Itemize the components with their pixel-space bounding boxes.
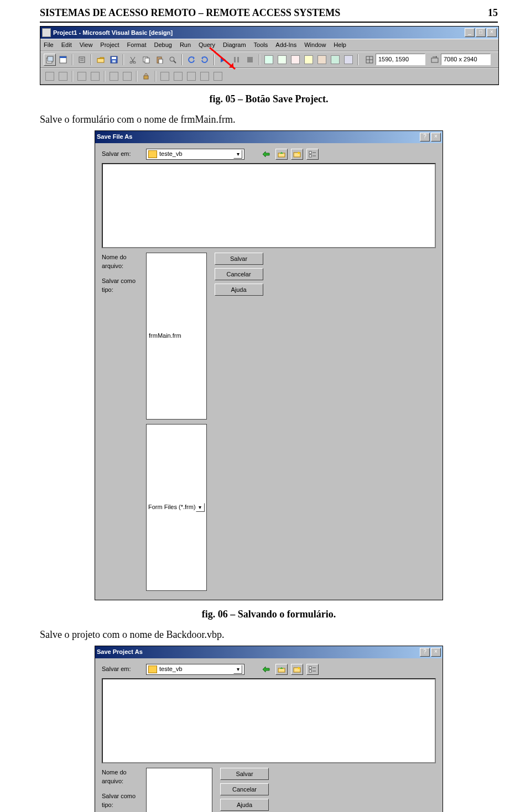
add-form-icon[interactable] <box>57 54 69 66</box>
menu-run[interactable]: Run <box>180 40 191 50</box>
close-button[interactable]: × <box>431 648 441 657</box>
menu-format[interactable]: Format <box>127 40 147 50</box>
cancel-button[interactable]: Cancelar <box>215 268 263 280</box>
properties-icon[interactable] <box>276 54 288 66</box>
svg-rect-1 <box>48 56 53 61</box>
component-manager-icon[interactable] <box>342 54 355 66</box>
menu-window[interactable]: Window <box>304 40 326 50</box>
new-folder-icon[interactable] <box>291 149 303 160</box>
project-explorer-icon[interactable] <box>263 54 275 66</box>
paste-icon[interactable] <box>153 54 165 66</box>
back-icon[interactable] <box>260 149 272 160</box>
filename-label: Nome do arquivo: <box>102 768 146 786</box>
view-menu-icon[interactable] <box>306 149 319 160</box>
back-icon[interactable] <box>260 664 272 675</box>
same-width-icon[interactable] <box>108 70 120 82</box>
new-folder-icon[interactable] <box>291 664 303 675</box>
size-icon <box>431 56 439 64</box>
up-one-level-icon[interactable] <box>275 149 288 160</box>
toolbox-icon[interactable] <box>316 54 328 66</box>
bring-front-icon[interactable] <box>159 70 171 82</box>
find-icon[interactable] <box>166 54 179 66</box>
close-button[interactable]: × <box>487 28 497 37</box>
save-in-combo[interactable]: teste_vb <box>146 149 244 160</box>
align-middle-icon[interactable] <box>89 70 101 82</box>
save-icon[interactable] <box>108 54 120 66</box>
menu-help[interactable]: Help <box>334 40 346 50</box>
close-button[interactable]: × <box>431 133 441 142</box>
menu-query[interactable]: Query <box>199 40 215 50</box>
cut-icon[interactable] <box>127 54 139 66</box>
svg-line-21 <box>174 61 176 63</box>
separator-icon <box>155 71 156 82</box>
menu-diagram[interactable]: Diagram <box>223 40 246 50</box>
svg-rect-24 <box>247 57 253 62</box>
separator-icon <box>123 54 124 65</box>
filetype-combo[interactable]: Form Files (*.frm) <box>146 424 207 591</box>
end-icon[interactable] <box>244 54 256 66</box>
vb-toolbar-2 <box>40 68 498 85</box>
align-center-icon[interactable] <box>57 70 69 82</box>
view-menu-icon[interactable] <box>306 664 319 675</box>
separator-icon <box>104 71 105 82</box>
menu-editor-icon[interactable] <box>76 54 88 66</box>
save-button[interactable]: Salvar <box>220 768 269 780</box>
menu-edit[interactable]: Edit <box>61 40 72 50</box>
filename-input[interactable]: frmMain.frm <box>146 253 207 420</box>
menu-addins[interactable]: Add-Ins <box>275 40 296 50</box>
undo-icon[interactable] <box>185 54 197 66</box>
redo-icon[interactable] <box>199 54 211 66</box>
text-save-form: Salve o formulário com o nome de frmMain… <box>40 112 498 127</box>
size-readout: 7080 x 2940 <box>431 54 491 65</box>
grid-icon[interactable] <box>212 70 224 82</box>
save-button[interactable]: Salvar <box>215 253 263 265</box>
data-view-icon[interactable] <box>329 54 341 66</box>
send-back-icon[interactable] <box>172 70 184 82</box>
chevron-down-icon[interactable] <box>233 150 242 159</box>
lock-icon[interactable] <box>140 70 152 82</box>
chevron-down-icon[interactable] <box>196 503 205 512</box>
menu-project[interactable]: Project <box>100 40 119 50</box>
copy-icon[interactable] <box>140 54 152 66</box>
save-in-label: Salvar em: <box>102 664 146 674</box>
up-one-level-icon[interactable] <box>275 664 288 675</box>
svg-rect-39 <box>309 670 311 672</box>
filename-input[interactable]: Backdoor.vbp <box>146 768 212 813</box>
order-icon[interactable] <box>199 70 211 82</box>
svg-rect-28 <box>431 58 438 62</box>
object-browser-icon[interactable] <box>303 54 315 66</box>
svg-rect-22 <box>234 57 236 62</box>
file-list-area[interactable] <box>102 678 436 763</box>
dlg1-titlebar: Save File As ? × <box>95 131 442 143</box>
open-icon[interactable] <box>95 54 107 66</box>
svg-rect-10 <box>112 60 116 62</box>
menu-view[interactable]: View <box>80 40 93 50</box>
save-in-combo[interactable]: teste_vb <box>146 664 244 675</box>
help-button[interactable]: ? <box>420 133 430 142</box>
svg-rect-4 <box>79 57 85 62</box>
align-left-icon[interactable] <box>44 70 56 82</box>
help-button[interactable]: Ajuda <box>220 799 269 811</box>
filetype-label: Salvar como tipo: <box>102 276 146 295</box>
folder-icon <box>148 150 157 158</box>
svg-rect-9 <box>112 57 116 59</box>
menu-tools[interactable]: Tools <box>254 40 268 50</box>
center-form-icon[interactable] <box>185 70 197 82</box>
svg-rect-19 <box>159 59 163 64</box>
minimize-button[interactable]: _ <box>465 28 475 37</box>
menu-debug[interactable]: Debug <box>154 40 171 50</box>
chevron-down-icon[interactable] <box>233 665 242 674</box>
add-project-icon[interactable] <box>44 54 56 66</box>
cancel-button[interactable]: Cancelar <box>220 783 269 795</box>
filename-label: Nome do arquivo: <box>102 253 146 271</box>
separator-icon <box>181 54 183 65</box>
align-top-icon[interactable] <box>76 70 88 82</box>
help-button[interactable]: ? <box>420 648 430 657</box>
menu-file[interactable]: File <box>44 40 54 50</box>
vb-titlebar: Project1 - Microsoft Visual Basic [desig… <box>40 27 498 39</box>
file-list-area[interactable] <box>102 163 436 248</box>
help-button[interactable]: Ajuda <box>215 284 263 296</box>
form-layout-icon[interactable] <box>289 54 301 66</box>
maximize-button[interactable]: □ <box>476 28 486 37</box>
same-height-icon[interactable] <box>121 70 133 82</box>
